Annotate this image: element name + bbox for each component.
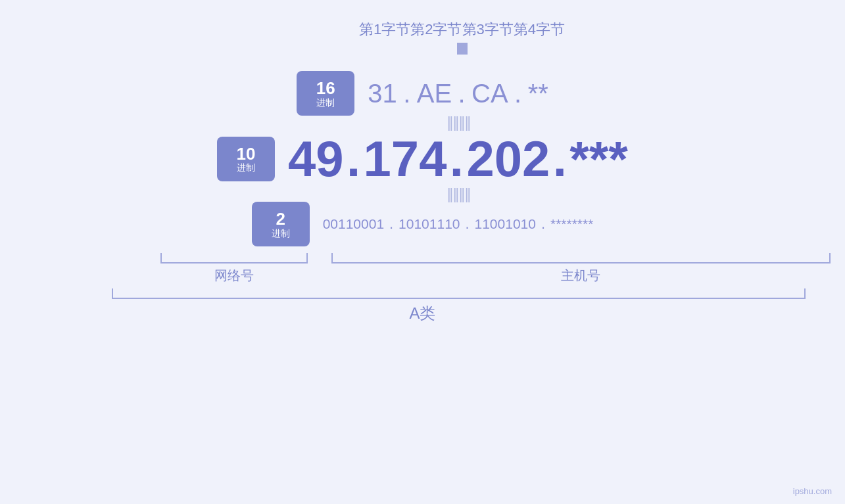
binary-dot-2: . (460, 216, 475, 233)
eq-2-3: ‖ (458, 187, 464, 202)
decimal-val-2: 174 (364, 130, 447, 187)
class-bracket-row (39, 288, 806, 299)
class-section: A类 (39, 288, 806, 324)
binary-badge-num: 2 (276, 210, 285, 229)
network-annotation: 网络号 (147, 253, 321, 285)
binary-val-4: ******** (550, 216, 593, 232)
hex-val-1: 31 (368, 79, 397, 108)
column-labels: 第1字节 第2字节 第3字节 第4字节 (359, 20, 565, 39)
class-bracket (112, 288, 806, 299)
equals-row-1: ‖ ‖ ‖ ‖ (447, 116, 470, 130)
binary-val-2: 10101110 (398, 216, 460, 232)
binary-values: 00110001 . 10101110 . 11001010 . *******… (323, 216, 594, 233)
bottom-annotations: 网络号 主机号 (75, 253, 841, 285)
eq-symbol-2-4: ‖ (464, 186, 470, 202)
decimal-value-1: 49 (288, 131, 344, 187)
network-label: 网络号 (214, 267, 254, 285)
eq-symbol-1-4: ‖ (464, 114, 470, 131)
hex-val-4: ** (528, 79, 548, 108)
eq-1-2: ‖ (452, 116, 458, 130)
host-bracket (331, 253, 831, 263)
binary-value-1: 00110001 (323, 216, 384, 231)
hex-dot-3: . (508, 79, 528, 108)
host-annotation: 主机号 (321, 253, 841, 285)
hex-badge-num: 16 (316, 79, 335, 98)
binary-badge: 2 进制 (252, 202, 310, 246)
binary-value-3: 11001010 (475, 216, 536, 231)
binary-dot-3: . (536, 216, 550, 233)
watermark: ipshu.com (793, 486, 832, 496)
decimal-badge-text: 进制 (237, 163, 255, 173)
col3-label: 第3字节 (462, 20, 514, 39)
hex-value-3: CA (471, 79, 508, 108)
binary-badge-text: 进制 (272, 229, 290, 239)
eq-symbol-2-1: ‖ (447, 186, 452, 202)
decimal-dot-3: . (550, 134, 569, 184)
hex-value-2: AE (417, 79, 452, 108)
col2-label: 第2字节 (410, 20, 462, 39)
decimal-badge-num: 10 (237, 145, 256, 164)
network-bracket (160, 253, 308, 263)
eq-symbol-1-3: ‖ (458, 114, 464, 131)
class-label: A类 (409, 303, 435, 324)
eq-symbol-1-1: ‖ (447, 114, 452, 131)
hex-values: 31 . AE . CA . ** (368, 79, 548, 108)
hex-dot-2: . (452, 79, 471, 108)
binary-value-4: ******** (550, 216, 593, 231)
equals-row-2: ‖ ‖ ‖ ‖ (447, 187, 470, 202)
eq-2-4: ‖ (464, 187, 470, 202)
hex-val-2: AE (417, 79, 452, 108)
hex-row: 16 进制 31 . AE . CA . ** (297, 71, 548, 116)
top-brackets (457, 43, 468, 55)
col4-label: 第4字节 (514, 20, 565, 39)
decimal-badge: 10 进制 (217, 137, 275, 181)
hex-badge: 16 进制 (297, 71, 354, 116)
binary-dot-1: . (384, 216, 398, 233)
binary-row: 2 进制 00110001 . 10101110 . 11001010 . **… (252, 202, 594, 246)
decimal-val-3: 202 (466, 130, 550, 187)
col1-label: 第1字节 (359, 20, 410, 39)
decimal-row: 10 进制 49 . 174 . 202 . *** (217, 130, 628, 187)
decimal-values: 49 . 174 . 202 . *** (288, 130, 628, 187)
decimal-val-1: 49 (288, 130, 344, 187)
main-container: 第1字节 第2字节 第3字节 第4字节 16 进制 31 . (0, 0, 845, 504)
binary-val-1: 00110001 (323, 216, 384, 232)
eq-symbol-2-3: ‖ (458, 186, 464, 202)
decimal-value-3: 202 (466, 131, 550, 187)
eq-2-1: ‖ (447, 187, 452, 202)
eq-2-2: ‖ (452, 187, 458, 202)
eq-1-4: ‖ (464, 116, 470, 130)
ann-spacer (75, 253, 134, 285)
bracket-col4 (465, 43, 468, 55)
decimal-dot-2: . (447, 134, 466, 184)
hex-value-1: 31 (368, 79, 397, 108)
host-label: 主机号 (561, 267, 600, 285)
bracket-shape-4 (465, 43, 468, 55)
decimal-value-2: 174 (364, 131, 447, 187)
hex-value-4: ** (528, 79, 548, 108)
binary-val-3: 11001010 (475, 216, 536, 232)
eq-1-3: ‖ (458, 116, 464, 130)
decimal-val-4: *** (569, 130, 628, 187)
hex-val-3: CA (471, 79, 508, 108)
decimal-value-4: *** (569, 131, 628, 187)
decimal-dot-1: . (344, 134, 364, 184)
eq-symbol-1-2: ‖ (452, 114, 458, 131)
binary-value-2: 10101110 (398, 216, 460, 231)
ann-content: 网络号 主机号 (147, 253, 841, 285)
eq-symbol-2-2: ‖ (452, 186, 458, 202)
class-spacer (39, 288, 99, 299)
hex-badge-text: 进制 (316, 98, 335, 108)
hex-dot-1: . (397, 79, 417, 108)
eq-1-1: ‖ (447, 116, 452, 130)
